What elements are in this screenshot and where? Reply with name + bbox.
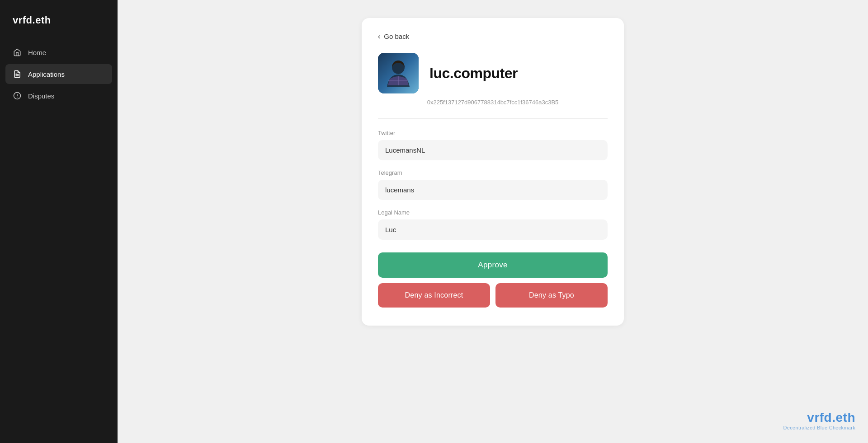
approve-button[interactable]: Approve (378, 252, 608, 278)
deny-buttons-row: Deny as Incorrect Deny as Typo (378, 283, 608, 308)
twitter-label: Twitter (378, 130, 608, 136)
twitter-field-group: Twitter LucemansNL (378, 130, 608, 160)
sidebar-item-home[interactable]: Home (5, 42, 112, 62)
profile-section: luc.computer (378, 53, 608, 93)
sidebar-item-home-label: Home (28, 49, 46, 56)
deny-incorrect-button[interactable]: Deny as Incorrect (378, 283, 490, 308)
sidebar-logo: vrfd.eth (0, 0, 118, 39)
home-icon (13, 48, 22, 57)
telegram-value: lucemans (378, 180, 608, 200)
divider (378, 118, 608, 119)
chevron-left-icon: ‹ (378, 33, 380, 40)
twitter-value: LucemansNL (378, 140, 608, 160)
bottom-branding: vrfd.eth Decentralized Blue Checkmark (783, 410, 855, 430)
legal-name-label: Legal Name (378, 209, 608, 216)
sidebar: vrfd.eth Home Applications (0, 0, 118, 443)
alert-circle-icon (13, 91, 22, 100)
sidebar-item-applications[interactable]: Applications (5, 64, 112, 84)
branding-logo: vrfd.eth (783, 410, 855, 425)
profile-address: 0x225f137127d9067788314bc7fcc1f36746a3c3… (378, 99, 608, 106)
telegram-label: Telegram (378, 169, 608, 176)
main-content: ‹ Go back (118, 0, 868, 443)
sidebar-item-applications-label: Applications (28, 70, 65, 78)
sidebar-item-disputes[interactable]: Disputes (5, 86, 112, 106)
go-back-button[interactable]: ‹ Go back (378, 33, 409, 40)
sidebar-nav: Home Applications (0, 39, 118, 109)
legal-name-field-group: Legal Name Luc (378, 209, 608, 240)
legal-name-value: Luc (378, 219, 608, 240)
avatar (378, 53, 419, 93)
go-back-label: Go back (384, 33, 409, 40)
branding-tagline: Decentralized Blue Checkmark (783, 425, 855, 430)
application-card: ‹ Go back (362, 18, 624, 326)
profile-name: luc.computer (429, 65, 518, 82)
document-icon (13, 70, 22, 79)
telegram-field-group: Telegram lucemans (378, 169, 608, 200)
deny-typo-button[interactable]: Deny as Typo (495, 283, 608, 308)
sidebar-item-disputes-label: Disputes (28, 92, 54, 100)
